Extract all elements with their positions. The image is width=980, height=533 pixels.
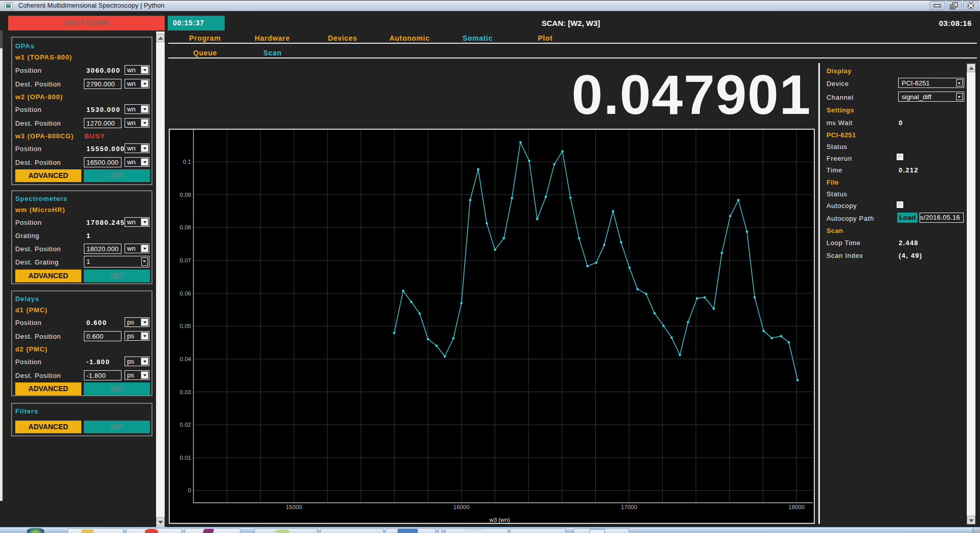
svg-text:15000: 15000 (286, 504, 302, 510)
svg-text:0: 0 (188, 487, 191, 493)
svg-text:0.09: 0.09 (180, 192, 191, 198)
svg-text:18000: 18000 (788, 504, 805, 510)
svg-text:0.04: 0.04 (180, 356, 192, 362)
svg-text:17000: 17000 (621, 504, 637, 510)
svg-text:0.1: 0.1 (183, 159, 191, 165)
svg-text:w3 (wn): w3 (wn) (489, 517, 510, 523)
svg-text:0.02: 0.02 (180, 422, 191, 428)
svg-text:0.07: 0.07 (180, 257, 191, 263)
svg-text:0.03: 0.03 (180, 389, 191, 395)
svg-text:0.05: 0.05 (180, 323, 191, 329)
svg-text:16000: 16000 (453, 504, 470, 510)
svg-text:0.08: 0.08 (180, 224, 191, 230)
svg-text:0.06: 0.06 (180, 290, 191, 297)
svg-text:0.01: 0.01 (180, 455, 191, 461)
